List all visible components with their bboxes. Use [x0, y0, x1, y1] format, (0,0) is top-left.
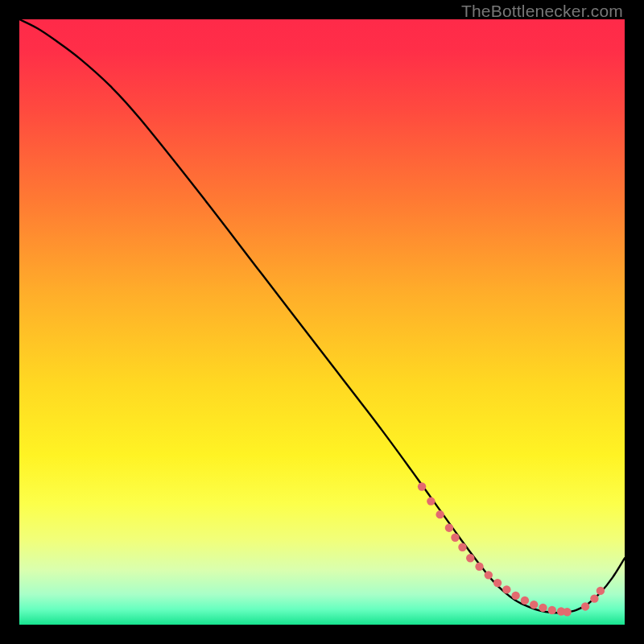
marker-dot: [427, 497, 435, 505]
gradient-background: [19, 19, 625, 625]
marker-dot: [521, 597, 529, 605]
marker-dot: [530, 601, 538, 609]
marker-dot: [539, 604, 547, 612]
marker-dot: [458, 543, 466, 551]
marker-dot: [436, 510, 444, 518]
marker-dot: [563, 608, 571, 616]
chart-frame: [19, 19, 625, 625]
marker-dot: [511, 592, 519, 600]
marker-dot: [581, 602, 589, 610]
marker-dot: [466, 554, 474, 562]
watermark-text: TheBottlenecker.com: [461, 2, 623, 21]
marker-dot: [451, 534, 459, 542]
marker-dot: [597, 587, 605, 595]
marker-dot: [502, 585, 510, 593]
marker-dot: [485, 571, 493, 579]
marker-dot: [493, 579, 502, 587]
bottleneck-chart: [19, 19, 625, 625]
marker-dot: [418, 482, 426, 490]
marker-dot: [590, 594, 598, 602]
marker-dot: [548, 606, 556, 614]
marker-dot: [475, 563, 483, 571]
marker-dot: [445, 523, 453, 531]
